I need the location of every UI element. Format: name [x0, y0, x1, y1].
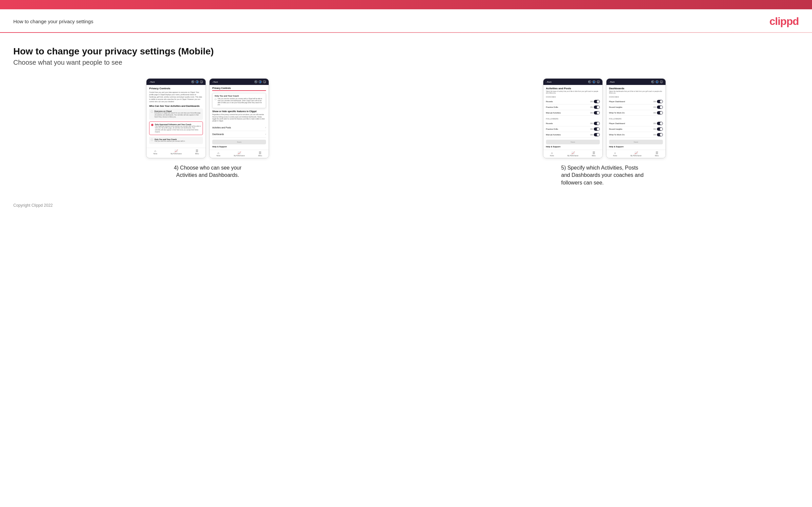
coaches-playerdash-toggle-right: ON	[653, 100, 663, 103]
menu-icon-1: ☰	[196, 149, 198, 153]
nav-performance-2[interactable]: 📈 My Performance	[234, 151, 245, 157]
back-button-4[interactable]: ‹ Back	[609, 81, 615, 83]
settings-icon-1[interactable]: ⚙	[200, 80, 203, 83]
nav-performance-1[interactable]: 📈 My Performance	[171, 149, 182, 155]
search-icon-4[interactable]: 🔍	[651, 80, 654, 83]
phones-duo-right: ‹ Back 🔍 👤 ⚙ Activities and Posts Select…	[543, 78, 666, 158]
settings-icon-3[interactable]: ⚙	[597, 80, 600, 83]
back-button-2[interactable]: ‹ Back	[212, 81, 218, 83]
save-button-3[interactable]: Save	[546, 140, 600, 144]
nav-menu-1[interactable]: ☰ Menu	[195, 149, 199, 155]
coaches-whattoworkon-toggle[interactable]	[657, 111, 663, 114]
screen2-tab[interactable]: Privacy Controls	[212, 87, 231, 90]
save-button-4[interactable]: Save	[609, 140, 663, 144]
followers-roundinsights-label: Round Insights	[609, 128, 622, 130]
nav-menu-label-3: Menu	[592, 155, 596, 157]
nav-menu-2[interactable]: ☰ Menu	[258, 151, 262, 157]
followers-manual-toggle[interactable]	[594, 133, 600, 136]
nav-home-1[interactable]: ⌂ Home	[153, 149, 157, 155]
phones-duo-left: ‹ Back 🔍 👤 ⚙ Privacy Controls Control ho…	[146, 78, 269, 158]
nav-performance-3[interactable]: 📈 My Performance	[568, 151, 578, 157]
left-section: ‹ Back 🔍 👤 ⚙ Privacy Controls Control ho…	[13, 78, 402, 179]
person-icon-3[interactable]: 👤	[593, 80, 596, 83]
followers-label-3: FOLLOWERS	[546, 118, 600, 120]
coaches-rounds-toggle[interactable]	[594, 100, 600, 103]
radio-approved-followers[interactable]: Only Approved Followers and Your Coach O…	[149, 121, 203, 135]
coaches-drills-label: Practice Drills	[546, 106, 558, 108]
activities-posts-heading: Activities and Posts	[546, 87, 600, 90]
phone-bottom-nav-3: ⌂ Home 📈 My Performance ☰ Menu	[543, 150, 602, 158]
nav-menu-4[interactable]: ☰ Menu	[655, 151, 659, 157]
settings-icon-2[interactable]: ⚙	[263, 80, 266, 83]
phone-body-2: Privacy Controls Only You and Your Coach…	[210, 85, 269, 150]
copyright-text: Copyright Clippd 2022	[13, 203, 53, 208]
coaches-manual-row: Manual Activities ON	[546, 110, 600, 116]
followers-playerdash-label: Player Dashboard	[609, 122, 625, 124]
nav-menu-label-4: Menu	[655, 155, 659, 157]
help-support-2: Help & Support	[212, 146, 266, 148]
home-icon-3: ⌂	[551, 151, 553, 155]
search-icon-1[interactable]: 🔍	[191, 80, 194, 83]
back-button-3[interactable]: ‹ Back	[546, 81, 552, 83]
followers-roundinsights-row: Round Insights ON	[609, 126, 663, 132]
person-icon-1[interactable]: 👤	[196, 80, 199, 83]
followers-whattoworkon-toggle[interactable]	[657, 133, 663, 136]
followers-whattoworkon-on-text: ON	[653, 134, 656, 136]
followers-whattoworkon-row: What To Work On ON	[609, 132, 663, 138]
nav-home-3[interactable]: ⌂ Home	[550, 151, 554, 157]
popup-radio: Only you and the coaches you connect wit…	[214, 98, 264, 106]
nav-menu-label-2: Menu	[258, 155, 262, 157]
section2-title: Show or hide specific features in Clippd	[212, 110, 266, 112]
settings-icon-4[interactable]: ⚙	[660, 80, 663, 83]
help-support-4: Help & Support	[609, 146, 663, 148]
breadcrumb: How to change your privacy settings	[13, 18, 93, 24]
coaches-whattoworkon-label: What To Work On	[609, 112, 625, 114]
coaches-whattoworkon-row: What To Work On ON	[609, 110, 663, 116]
screenshots-row: ‹ Back 🔍 👤 ⚙ Privacy Controls Control ho…	[13, 78, 799, 186]
activities-posts-row[interactable]: Activities and Posts ›	[212, 124, 266, 131]
coaches-roundinsights-toggle[interactable]	[657, 106, 663, 109]
followers-manual-on-text: ON	[590, 134, 593, 136]
coaches-drills-toggle[interactable]	[594, 106, 600, 109]
search-icon-3[interactable]: 🔍	[588, 80, 591, 83]
phone-bottom-nav-1: ⌂ Home 📈 My Performance ☰ Menu	[146, 148, 206, 156]
followers-rounds-toggle[interactable]	[594, 122, 600, 125]
followers-roundinsights-toggle[interactable]	[657, 127, 663, 131]
coaches-playerdash-toggle[interactable]	[657, 100, 663, 103]
followers-drills-on-text: ON	[590, 128, 593, 130]
nav-home-label-3: Home	[550, 155, 554, 157]
nav-performance-label-3: My Performance	[568, 155, 578, 157]
nav-home-2[interactable]: ⌂ Home	[216, 151, 220, 157]
followers-rounds-on-text: ON	[590, 122, 593, 124]
dashboards-row[interactable]: Dashboards ›	[212, 131, 266, 138]
followers-playerdash-toggle[interactable]	[657, 122, 663, 125]
coaches-roundinsights-toggle-right: ON	[653, 106, 663, 109]
nav-home-4[interactable]: ⌂ Home	[613, 151, 617, 157]
phone-screen-4: ‹ Back 🔍 👤 ⚙ Dashboards Select the dashb…	[606, 78, 666, 158]
phone-bottom-nav-4: ⌂ Home 📈 My Performance ☰ Menu	[606, 150, 666, 158]
coaches-manual-toggle[interactable]	[594, 111, 600, 114]
coaches-roundinsights-on-text: ON	[653, 106, 656, 108]
person-icon-2[interactable]: 👤	[259, 80, 262, 83]
coaches-playerdash-label: Player Dashboard	[609, 101, 625, 103]
coaches-whattoworkon-toggle-right: ON	[653, 111, 663, 114]
help-support-3: Help & Support	[546, 146, 600, 148]
topbar-icons-3: 🔍 👤 ⚙	[588, 80, 600, 83]
dashboards-subtext: Select the dashboards that you'd like to…	[609, 91, 663, 94]
person-icon-4[interactable]: 👤	[656, 80, 659, 83]
nav-menu-3[interactable]: ☰ Menu	[592, 151, 596, 157]
save-button-2[interactable]: Save	[212, 140, 266, 144]
search-icon-2[interactable]: 🔍	[254, 80, 257, 83]
back-button-1[interactable]: ‹ Back	[149, 81, 155, 83]
radio-only-you[interactable]: Only You and Your Coach Only you and the…	[149, 137, 203, 144]
followers-whattoworkon-label: What To Work On	[609, 134, 625, 136]
followers-rounds-row: Rounds ON	[546, 121, 600, 126]
popup-title: Only You and Your Coach	[214, 95, 264, 97]
screen1-title: Privacy Controls	[149, 87, 203, 90]
phone-topbar-4: ‹ Back 🔍 👤 ⚙	[606, 79, 666, 85]
nav-performance-4[interactable]: 📈 My Performance	[631, 151, 642, 157]
phone-screen-1: ‹ Back 🔍 👤 ⚙ Privacy Controls Control ho…	[146, 78, 206, 158]
followers-drills-toggle[interactable]	[594, 127, 600, 131]
followers-drills-toggle-right: ON	[590, 127, 600, 131]
radio-everyone[interactable]: Everyone on Clippd Everyone on Clippd ca…	[149, 109, 203, 120]
